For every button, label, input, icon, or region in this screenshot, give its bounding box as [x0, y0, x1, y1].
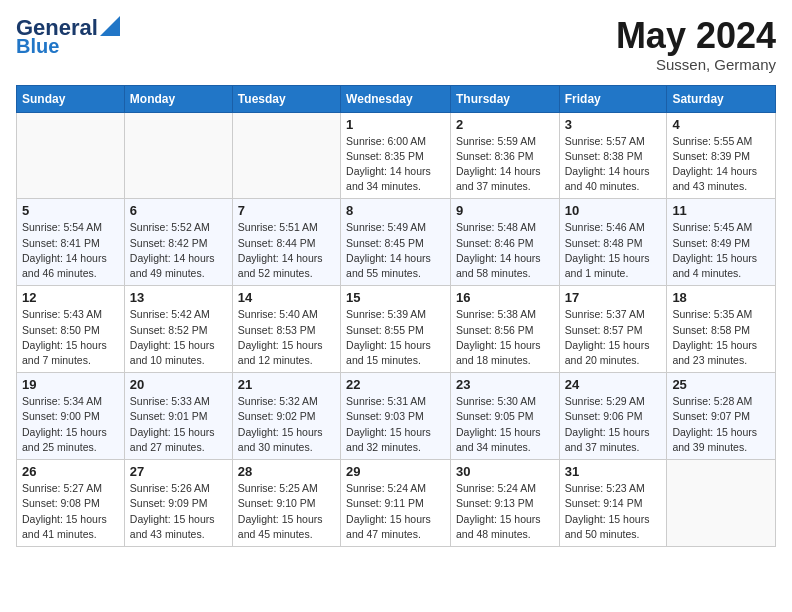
- day-number: 22: [346, 377, 445, 392]
- day-info: Sunrise: 5:31 AMSunset: 9:03 PMDaylight:…: [346, 394, 445, 455]
- day-number: 23: [456, 377, 554, 392]
- day-info: Sunrise: 5:35 AMSunset: 8:58 PMDaylight:…: [672, 307, 770, 368]
- day-number: 26: [22, 464, 119, 479]
- day-info: Sunrise: 5:49 AMSunset: 8:45 PMDaylight:…: [346, 220, 445, 281]
- calendar-cell: 18Sunrise: 5:35 AMSunset: 8:58 PMDayligh…: [667, 286, 776, 373]
- day-info: Sunrise: 5:25 AMSunset: 9:10 PMDaylight:…: [238, 481, 335, 542]
- day-info: Sunrise: 5:45 AMSunset: 8:49 PMDaylight:…: [672, 220, 770, 281]
- calendar-cell: 31Sunrise: 5:23 AMSunset: 9:14 PMDayligh…: [559, 460, 667, 547]
- day-info: Sunrise: 5:32 AMSunset: 9:02 PMDaylight:…: [238, 394, 335, 455]
- week-row-4: 19Sunrise: 5:34 AMSunset: 9:00 PMDayligh…: [17, 373, 776, 460]
- day-number: 5: [22, 203, 119, 218]
- day-info: Sunrise: 5:28 AMSunset: 9:07 PMDaylight:…: [672, 394, 770, 455]
- day-header-saturday: Saturday: [667, 85, 776, 112]
- calendar-cell: 7Sunrise: 5:51 AMSunset: 8:44 PMDaylight…: [232, 199, 340, 286]
- calendar-cell: [232, 112, 340, 199]
- calendar-cell: 3Sunrise: 5:57 AMSunset: 8:38 PMDaylight…: [559, 112, 667, 199]
- day-number: 17: [565, 290, 662, 305]
- day-info: Sunrise: 5:24 AMSunset: 9:11 PMDaylight:…: [346, 481, 445, 542]
- week-row-2: 5Sunrise: 5:54 AMSunset: 8:41 PMDaylight…: [17, 199, 776, 286]
- day-number: 9: [456, 203, 554, 218]
- day-info: Sunrise: 5:29 AMSunset: 9:06 PMDaylight:…: [565, 394, 662, 455]
- day-number: 20: [130, 377, 227, 392]
- day-number: 6: [130, 203, 227, 218]
- logo-icon: [100, 16, 120, 36]
- day-number: 8: [346, 203, 445, 218]
- day-number: 29: [346, 464, 445, 479]
- calendar-cell: [124, 112, 232, 199]
- calendar-cell: 5Sunrise: 5:54 AMSunset: 8:41 PMDaylight…: [17, 199, 125, 286]
- calendar-cell: 17Sunrise: 5:37 AMSunset: 8:57 PMDayligh…: [559, 286, 667, 373]
- day-info: Sunrise: 5:55 AMSunset: 8:39 PMDaylight:…: [672, 134, 770, 195]
- day-header-wednesday: Wednesday: [341, 85, 451, 112]
- calendar-cell: 12Sunrise: 5:43 AMSunset: 8:50 PMDayligh…: [17, 286, 125, 373]
- calendar-cell: [17, 112, 125, 199]
- month-year-title: May 2024: [616, 16, 776, 56]
- day-info: Sunrise: 5:54 AMSunset: 8:41 PMDaylight:…: [22, 220, 119, 281]
- day-number: 21: [238, 377, 335, 392]
- day-number: 13: [130, 290, 227, 305]
- page-header: General Blue May 2024 Sussen, Germany: [16, 16, 776, 73]
- day-number: 1: [346, 117, 445, 132]
- calendar-cell: 14Sunrise: 5:40 AMSunset: 8:53 PMDayligh…: [232, 286, 340, 373]
- day-info: Sunrise: 5:26 AMSunset: 9:09 PMDaylight:…: [130, 481, 227, 542]
- calendar-cell: [667, 460, 776, 547]
- week-row-3: 12Sunrise: 5:43 AMSunset: 8:50 PMDayligh…: [17, 286, 776, 373]
- title-block: May 2024 Sussen, Germany: [616, 16, 776, 73]
- calendar-cell: 28Sunrise: 5:25 AMSunset: 9:10 PMDayligh…: [232, 460, 340, 547]
- day-info: Sunrise: 5:57 AMSunset: 8:38 PMDaylight:…: [565, 134, 662, 195]
- calendar-cell: 23Sunrise: 5:30 AMSunset: 9:05 PMDayligh…: [450, 373, 559, 460]
- day-number: 7: [238, 203, 335, 218]
- day-number: 28: [238, 464, 335, 479]
- svg-marker-0: [100, 16, 120, 36]
- calendar-cell: 26Sunrise: 5:27 AMSunset: 9:08 PMDayligh…: [17, 460, 125, 547]
- day-info: Sunrise: 5:37 AMSunset: 8:57 PMDaylight:…: [565, 307, 662, 368]
- day-info: Sunrise: 5:33 AMSunset: 9:01 PMDaylight:…: [130, 394, 227, 455]
- day-info: Sunrise: 5:40 AMSunset: 8:53 PMDaylight:…: [238, 307, 335, 368]
- day-number: 14: [238, 290, 335, 305]
- calendar-cell: 25Sunrise: 5:28 AMSunset: 9:07 PMDayligh…: [667, 373, 776, 460]
- day-number: 30: [456, 464, 554, 479]
- day-info: Sunrise: 5:38 AMSunset: 8:56 PMDaylight:…: [456, 307, 554, 368]
- days-header-row: SundayMondayTuesdayWednesdayThursdayFrid…: [17, 85, 776, 112]
- calendar-cell: 21Sunrise: 5:32 AMSunset: 9:02 PMDayligh…: [232, 373, 340, 460]
- day-info: Sunrise: 5:42 AMSunset: 8:52 PMDaylight:…: [130, 307, 227, 368]
- calendar-cell: 22Sunrise: 5:31 AMSunset: 9:03 PMDayligh…: [341, 373, 451, 460]
- calendar-cell: 16Sunrise: 5:38 AMSunset: 8:56 PMDayligh…: [450, 286, 559, 373]
- calendar-cell: 15Sunrise: 5:39 AMSunset: 8:55 PMDayligh…: [341, 286, 451, 373]
- logo-blue: Blue: [16, 36, 59, 56]
- day-number: 15: [346, 290, 445, 305]
- day-header-thursday: Thursday: [450, 85, 559, 112]
- calendar-cell: 6Sunrise: 5:52 AMSunset: 8:42 PMDaylight…: [124, 199, 232, 286]
- day-number: 19: [22, 377, 119, 392]
- calendar-cell: 4Sunrise: 5:55 AMSunset: 8:39 PMDaylight…: [667, 112, 776, 199]
- week-row-1: 1Sunrise: 6:00 AMSunset: 8:35 PMDaylight…: [17, 112, 776, 199]
- day-header-tuesday: Tuesday: [232, 85, 340, 112]
- day-number: 16: [456, 290, 554, 305]
- calendar-cell: 10Sunrise: 5:46 AMSunset: 8:48 PMDayligh…: [559, 199, 667, 286]
- day-header-sunday: Sunday: [17, 85, 125, 112]
- calendar-cell: 13Sunrise: 5:42 AMSunset: 8:52 PMDayligh…: [124, 286, 232, 373]
- day-number: 27: [130, 464, 227, 479]
- day-header-friday: Friday: [559, 85, 667, 112]
- day-number: 4: [672, 117, 770, 132]
- day-number: 18: [672, 290, 770, 305]
- calendar-cell: 27Sunrise: 5:26 AMSunset: 9:09 PMDayligh…: [124, 460, 232, 547]
- day-info: Sunrise: 5:46 AMSunset: 8:48 PMDaylight:…: [565, 220, 662, 281]
- week-row-5: 26Sunrise: 5:27 AMSunset: 9:08 PMDayligh…: [17, 460, 776, 547]
- day-number: 10: [565, 203, 662, 218]
- calendar-cell: 24Sunrise: 5:29 AMSunset: 9:06 PMDayligh…: [559, 373, 667, 460]
- day-info: Sunrise: 5:39 AMSunset: 8:55 PMDaylight:…: [346, 307, 445, 368]
- calendar-cell: 2Sunrise: 5:59 AMSunset: 8:36 PMDaylight…: [450, 112, 559, 199]
- day-info: Sunrise: 5:24 AMSunset: 9:13 PMDaylight:…: [456, 481, 554, 542]
- logo: General Blue: [16, 16, 120, 56]
- day-number: 11: [672, 203, 770, 218]
- calendar-cell: 20Sunrise: 5:33 AMSunset: 9:01 PMDayligh…: [124, 373, 232, 460]
- calendar-cell: 19Sunrise: 5:34 AMSunset: 9:00 PMDayligh…: [17, 373, 125, 460]
- calendar-cell: 1Sunrise: 6:00 AMSunset: 8:35 PMDaylight…: [341, 112, 451, 199]
- day-info: Sunrise: 5:48 AMSunset: 8:46 PMDaylight:…: [456, 220, 554, 281]
- calendar-cell: 8Sunrise: 5:49 AMSunset: 8:45 PMDaylight…: [341, 199, 451, 286]
- day-info: Sunrise: 5:51 AMSunset: 8:44 PMDaylight:…: [238, 220, 335, 281]
- day-info: Sunrise: 5:52 AMSunset: 8:42 PMDaylight:…: [130, 220, 227, 281]
- day-number: 24: [565, 377, 662, 392]
